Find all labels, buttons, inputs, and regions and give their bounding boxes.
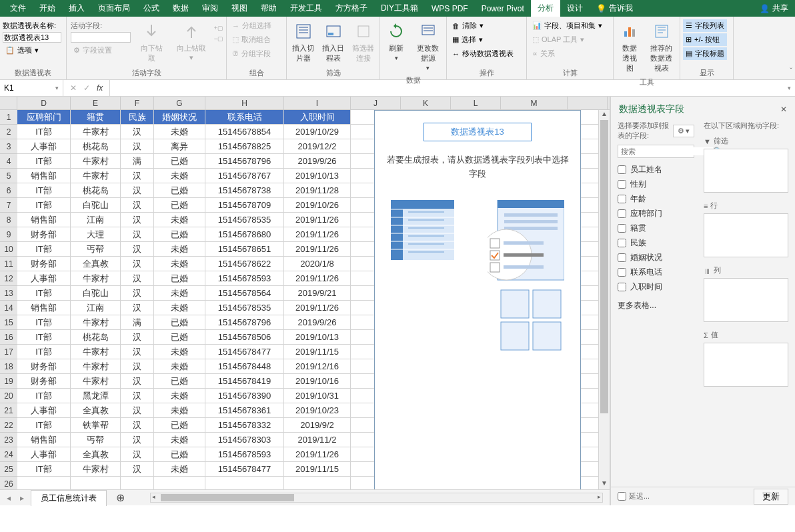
cell[interactable]: 2019/11/26 (284, 271, 351, 286)
tab-powerpivot[interactable]: Power Pivot (475, 1, 531, 16)
cell[interactable]: IT部 (17, 389, 71, 403)
cell[interactable]: IT部 (17, 183, 71, 198)
cell[interactable]: 2019/12/2 (284, 139, 351, 154)
row-header[interactable]: 20 (0, 389, 17, 403)
cell[interactable]: 汉 (121, 418, 154, 433)
scroll-down-icon[interactable]: ▼ (599, 479, 610, 489)
column-header[interactable]: E (71, 97, 121, 109)
column-header[interactable] (568, 97, 608, 109)
scroll-thumb[interactable] (600, 120, 608, 413)
cell[interactable]: 汉 (121, 389, 154, 403)
field-list-button[interactable]: ☰字段列表 (683, 19, 727, 32)
cell[interactable]: 15145678709 (205, 198, 284, 213)
tab-dev[interactable]: 开发工具 (283, 0, 329, 17)
horizontal-scrollbar[interactable]: ◂ ▸ (150, 493, 603, 503)
field-item[interactable]: 民族 (618, 237, 694, 249)
defer-layout-checkbox[interactable]: 延迟... (618, 491, 650, 501)
cell[interactable]: 汉 (121, 242, 154, 257)
tab-home[interactable]: 开始 (33, 0, 62, 17)
cell[interactable]: 销售部 (17, 213, 71, 227)
cell[interactable]: 黑龙潭 (71, 389, 121, 403)
clear-button[interactable]: 🗑清除 ▾ (450, 19, 516, 32)
cell[interactable]: 牛家村 (71, 374, 121, 389)
cell[interactable]: 已婚 (154, 154, 205, 169)
cell[interactable]: 15145678390 (205, 389, 284, 403)
field-item[interactable]: 入职时间 (618, 281, 694, 293)
cell[interactable]: 2019/11/26 (284, 213, 351, 227)
cell[interactable]: 汉 (121, 271, 154, 286)
recommended-button[interactable]: 推荐的数据透视表 (646, 19, 677, 75)
cell[interactable]: 桃花岛 (71, 183, 121, 198)
cell[interactable]: 2019/10/23 (284, 403, 351, 418)
row-header[interactable]: 9 (0, 227, 17, 242)
cell[interactable]: 15145678593 (205, 447, 284, 462)
collapse-ribbon-icon[interactable]: ˇ (790, 67, 792, 75)
field-item[interactable]: 籍贯 (618, 222, 694, 235)
vertical-scrollbar[interactable]: ▲ ▼ (598, 110, 610, 489)
row-header[interactable]: 14 (0, 301, 17, 315)
cell[interactable]: 15145678448 (205, 359, 284, 374)
cell[interactable]: 15145678825 (205, 139, 284, 154)
move-pivot-button[interactable]: ↔移动数据透视表 (450, 47, 516, 60)
select-all-corner[interactable] (0, 97, 17, 109)
row-header[interactable]: 23 (0, 433, 17, 447)
cell[interactable]: 人事部 (17, 271, 71, 286)
cell[interactable]: 已婚 (154, 183, 205, 198)
cell[interactable]: 已婚 (154, 418, 205, 433)
options-button[interactable]: 📋选项 ▾ (3, 44, 41, 57)
cell[interactable]: 人事部 (17, 139, 71, 154)
field-checkbox[interactable] (618, 283, 626, 291)
field-item[interactable]: 性别 (618, 178, 694, 191)
drop-area-cols[interactable] (704, 278, 788, 322)
formula-input[interactable] (110, 80, 784, 96)
cell[interactable]: 2019/11/26 (284, 447, 351, 462)
cell[interactable]: 2019/10/26 (284, 198, 351, 213)
cell[interactable]: IT部 (17, 330, 71, 345)
cell[interactable]: 15145678535 (205, 213, 284, 227)
cell[interactable]: 未婚 (154, 257, 205, 271)
cell[interactable]: 2019/10/31 (284, 389, 351, 403)
cell[interactable]: 15145678477 (205, 462, 284, 477)
cell[interactable]: 牛家村 (71, 462, 121, 477)
cell[interactable]: 15145678564 (205, 286, 284, 301)
field-settings-button[interactable]: ⚙字段设置 (71, 44, 131, 57)
cell[interactable]: 汉 (121, 125, 154, 139)
cell[interactable]: 15145678303 (205, 433, 284, 447)
cell[interactable]: 2019/11/26 (284, 227, 351, 242)
cell[interactable]: IT部 (17, 286, 71, 301)
row-header[interactable]: 25 (0, 462, 17, 477)
cell[interactable]: 已婚 (154, 315, 205, 330)
cell[interactable]: 15145678796 (205, 315, 284, 330)
row-header[interactable]: 1 (0, 110, 17, 125)
row-header[interactable]: 7 (0, 198, 17, 213)
cell[interactable]: 未婚 (154, 389, 205, 403)
cell[interactable]: 铁掌帮 (71, 418, 121, 433)
cell[interactable]: 未婚 (154, 345, 205, 359)
cell[interactable] (71, 477, 121, 489)
cell[interactable]: 牛家村 (71, 154, 121, 169)
cell[interactable]: 已婚 (154, 271, 205, 286)
tab-view[interactable]: 视图 (225, 0, 254, 17)
field-checkbox[interactable] (618, 165, 626, 174)
cell[interactable]: 15145678651 (205, 242, 284, 257)
row-header[interactable]: 5 (0, 169, 17, 183)
cell[interactable]: IT部 (17, 154, 71, 169)
tab-review[interactable]: 审阅 (195, 0, 225, 17)
update-button[interactable]: 更新 (754, 489, 788, 505)
cell[interactable]: 15145678680 (205, 227, 284, 242)
field-checkbox[interactable] (618, 180, 626, 189)
drop-area-rows[interactable] (704, 213, 788, 257)
cell[interactable]: 2019/11/28 (284, 183, 351, 198)
cell[interactable]: 2019/11/2 (284, 433, 351, 447)
cell[interactable] (205, 477, 284, 489)
cell[interactable]: 15145678767 (205, 169, 284, 183)
more-tables-link[interactable]: 更多表格... (618, 300, 694, 311)
cell[interactable]: 15145678477 (205, 345, 284, 359)
cell[interactable]: 已婚 (154, 447, 205, 462)
cell[interactable]: 15145678796 (205, 154, 284, 169)
cell[interactable]: 15145678622 (205, 257, 284, 271)
cell[interactable]: 桃花岛 (71, 330, 121, 345)
cell[interactable]: 白驼山 (71, 286, 121, 301)
cell[interactable]: 牛家村 (71, 315, 121, 330)
select-button[interactable]: ▦选择 ▾ (450, 33, 516, 46)
